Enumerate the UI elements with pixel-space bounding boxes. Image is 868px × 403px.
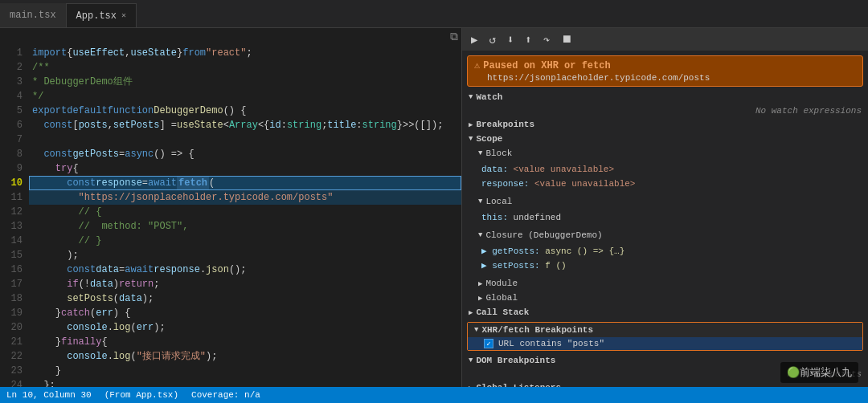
code-line: // { <box>29 205 461 219</box>
local-scope-content: this: undefined <box>462 209 868 228</box>
closure-scope-header[interactable]: ▼ Closure (DebuggerDemo) <box>462 228 868 242</box>
status-bar: Ln 10, Column 30 (From App.tsx) Coverage… <box>0 387 868 403</box>
watch-arrow-icon: ▼ <box>469 93 473 101</box>
code-line: try { <box>29 161 461 176</box>
code-line: /** <box>29 60 461 75</box>
callstack-arrow-icon: ▶ <box>469 308 473 317</box>
tab-main-tsx[interactable]: main.tsx <box>0 3 67 27</box>
debug-sections: ▼ Watch No watch expressions ▶ Breakpoin… <box>462 90 868 387</box>
breakpoints-arrow-icon: ▶ <box>469 120 473 129</box>
block-data-item: data: <value unavailable> <box>478 162 858 177</box>
module-arrow-icon: ▶ <box>478 279 482 288</box>
tab-app-tsx[interactable]: App.tsx ✕ <box>67 3 137 27</box>
callstack-section-header[interactable]: ▶ Call Stack <box>462 305 868 320</box>
paused-url: https://jsonplaceholder.typicode.com/pos… <box>474 73 856 83</box>
xhr-section: ▼ XHR/fetch Breakpoints ✓ URL contains "… <box>467 322 863 351</box>
code-line: */ <box>29 89 461 104</box>
dom-arrow-icon: ▼ <box>469 356 473 364</box>
watermark: 🟢前端柒八九 <box>780 362 858 383</box>
code-line: export default function DebuggerDemo() { <box>29 104 461 118</box>
code-line: * DebuggerDemo组件 <box>29 75 461 89</box>
code-content: import { useEffect, useState } from "rea… <box>29 46 461 387</box>
watermark-icon: 🟢 <box>787 366 800 378</box>
watch-empty: No watch expressions <box>462 104 868 117</box>
code-line: ); <box>29 248 461 263</box>
warning-icon: ⚠ <box>474 59 480 71</box>
watch-section-header[interactable]: ▼ Watch <box>462 90 868 104</box>
code-line: "https://jsonplaceholder.typicode.com/po… <box>29 190 461 205</box>
code-line: }; <box>29 378 461 387</box>
status-position: Ln 10, Column 30 <box>6 390 92 400</box>
code-line <box>29 132 461 147</box>
local-arrow-icon: ▼ <box>478 197 482 206</box>
scope-arrow-icon: ▼ <box>469 135 473 143</box>
resume-button[interactable]: ▶ <box>469 31 480 48</box>
status-source: (From App.tsx) <box>104 390 178 400</box>
code-line: const data = await response.json(); <box>29 263 461 277</box>
xhr-item-label: URL contains "posts" <box>498 339 604 348</box>
step-button[interactable]: ↷ <box>541 31 552 48</box>
breakpoints-section-header[interactable]: ▶ Breakpoints <box>462 117 868 132</box>
module-section-header[interactable]: ▶ Module <box>462 276 868 291</box>
local-scope-header[interactable]: ▼ Local <box>462 194 868 209</box>
split-editor-icon[interactable]: ⧉ <box>450 31 458 43</box>
close-icon[interactable]: ✕ <box>121 12 126 20</box>
closure-getposts-item: ▶ getPosts: async () => {…} <box>478 244 858 258</box>
step-over-button[interactable]: ↺ <box>486 31 497 48</box>
block-scope-header[interactable]: ▼ Block <box>462 146 868 161</box>
code-line: const response = await fetch( <box>29 176 461 190</box>
main-content: ⧉ 12345678910111213141516171819202122232… <box>0 28 868 387</box>
paused-banner: ⚠ Paused on XHR or fetch https://jsonpla… <box>467 55 863 87</box>
code-line: const [posts, setPosts] = useState<Array… <box>29 118 461 132</box>
step-into-button[interactable]: ⬇ <box>505 31 516 48</box>
code-line: } catch (err) { <box>29 306 461 320</box>
block-response-item: response: <value unavailable> <box>478 177 858 191</box>
debug-toolbar: ▶ ↺ ⬇ ⬆ ↷ ⏹ <box>462 28 868 51</box>
editor-toolbar: ⧉ <box>0 28 461 46</box>
closure-scope-content: ▶ getPosts: async () => {…} ▶ setPosts: … <box>462 242 868 276</box>
code-line: const getPosts = async () => { <box>29 147 461 161</box>
editor-panel: ⧉ 12345678910111213141516171819202122232… <box>0 28 462 387</box>
status-coverage: Coverage: n/a <box>191 390 260 400</box>
scope-section-header[interactable]: ▼ Scope <box>462 132 868 146</box>
debugger-panel: ▶ ↺ ⬇ ⬆ ↷ ⏹ ⚠ Paused on XHR or fetch htt… <box>462 28 868 387</box>
deactivate-button[interactable]: ⏹ <box>559 31 575 47</box>
code-area: 1234567891011121314151617181920212223242… <box>0 46 461 387</box>
global-arrow-icon: ▶ <box>478 294 482 303</box>
paused-title: ⚠ Paused on XHR or fetch <box>474 59 856 71</box>
tab-bar: main.tsx App.tsx ✕ <box>0 0 868 28</box>
code-line: console.log("接口请求完成"); <box>29 349 461 364</box>
code-line: console.log(err); <box>29 320 461 335</box>
xhr-arrow-icon: ▼ <box>474 326 478 334</box>
closure-setposts-item: ▶ setPosts: f () <box>478 258 858 273</box>
xhr-checkbox[interactable]: ✓ <box>484 339 493 348</box>
xhr-item: ✓ URL contains "posts" <box>468 337 862 350</box>
code-line: setPosts(data); <box>29 291 461 306</box>
global-section-header[interactable]: ▶ Global <box>462 291 868 305</box>
line-numbers: 1234567891011121314151617181920212223242… <box>0 46 29 387</box>
local-this-item: this: undefined <box>478 210 858 225</box>
code-line: if (!data) return; <box>29 277 461 291</box>
xhr-section-header[interactable]: ▼ XHR/fetch Breakpoints <box>468 323 862 337</box>
code-line: // method: "POST", <box>29 219 461 234</box>
code-line: // } <box>29 234 461 248</box>
code-line: } finally { <box>29 335 461 349</box>
closure-arrow-icon: ▼ <box>478 231 482 239</box>
watermark-text: 前端柒八九 <box>800 366 852 378</box>
block-scope-content: data: <value unavailable> response: <val… <box>462 161 868 194</box>
code-line: import { useEffect, useState } from "rea… <box>29 46 461 60</box>
step-out-button[interactable]: ⬆ <box>522 31 534 48</box>
code-line: } <box>29 364 461 378</box>
block-arrow-icon: ▼ <box>478 149 482 157</box>
